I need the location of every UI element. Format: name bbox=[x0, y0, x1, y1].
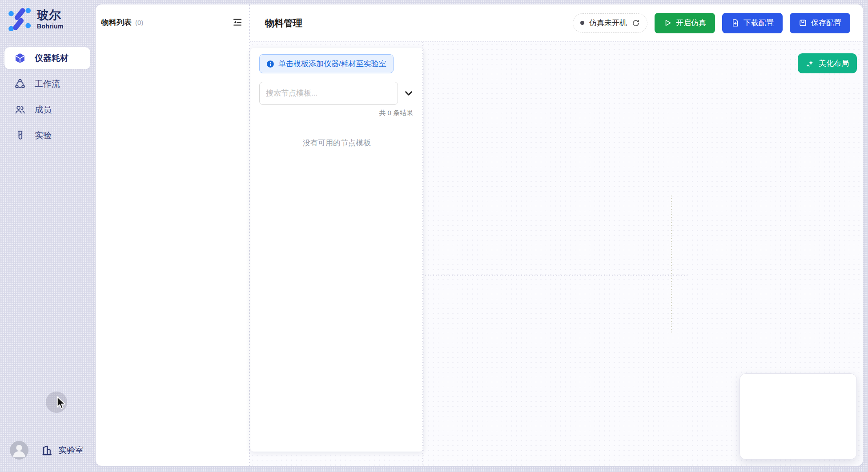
status-label: 仿真未开机 bbox=[589, 18, 627, 28]
download-config-label: 下载配置 bbox=[743, 18, 774, 28]
sidebar-footer: 实验室 bbox=[10, 441, 84, 460]
minimap[interactable] bbox=[739, 373, 857, 460]
materials-count: (0) bbox=[135, 19, 143, 26]
workflow-icon bbox=[14, 78, 26, 90]
person-icon bbox=[10, 441, 28, 460]
cube-icon bbox=[14, 52, 26, 64]
sidebar-item-label: 工作流 bbox=[35, 78, 60, 90]
sidebar-item-members[interactable]: 成员 bbox=[4, 99, 90, 121]
simulation-status-pill: 仿真未开机 bbox=[573, 13, 647, 33]
materials-panel-title: 物料列表 bbox=[101, 17, 132, 28]
lab-switcher[interactable]: 实验室 bbox=[41, 444, 84, 456]
refresh-icon bbox=[632, 19, 640, 27]
guide-line-vertical-short bbox=[671, 196, 672, 334]
experiment-icon bbox=[14, 130, 26, 141]
app-root: 玻尔 Bohrium 仪器耗材 工作流 bbox=[0, 0, 868, 472]
beautify-layout-label: 美化布局 bbox=[819, 58, 849, 68]
page-title: 物料管理 bbox=[265, 17, 302, 29]
info-banner-text: 单击模板添加仪器/耗材至实验室 bbox=[278, 59, 386, 69]
file-download-icon bbox=[731, 19, 739, 27]
start-simulation-label: 开启仿真 bbox=[676, 18, 706, 28]
result-count: 共 0 条结果 bbox=[250, 109, 413, 117]
sidebar-item-workflow[interactable]: 工作流 bbox=[4, 73, 90, 95]
sidebar-item-label: 成员 bbox=[35, 104, 52, 116]
content-card: 物料列表 (0) 物料管理 仿真未开机 bbox=[96, 4, 863, 466]
template-search-row bbox=[259, 82, 414, 105]
building-icon bbox=[41, 444, 53, 456]
guide-line-horizontal bbox=[422, 275, 689, 276]
lab-label: 实验室 bbox=[58, 444, 84, 456]
mouse-cursor bbox=[56, 396, 68, 410]
refresh-status-button[interactable] bbox=[632, 19, 640, 27]
brand-name-en: Bohrium bbox=[37, 23, 64, 30]
play-icon bbox=[663, 19, 672, 27]
save-config-label: 保存配置 bbox=[811, 18, 841, 28]
expand-templates-button[interactable] bbox=[404, 88, 414, 98]
node-template-panel: 单击模板添加仪器/耗材至实验室 共 0 条结果 没有可用的节点模板 bbox=[250, 48, 423, 452]
sidebar-item-label: 实验 bbox=[35, 130, 52, 141]
main-area: 物料管理 仿真未开机 bbox=[250, 4, 863, 466]
start-simulation-button[interactable]: 开启仿真 bbox=[655, 13, 715, 33]
brand: 玻尔 Bohrium bbox=[7, 7, 64, 31]
main-header: 物料管理 仿真未开机 bbox=[250, 4, 863, 41]
info-icon bbox=[266, 60, 274, 68]
status-dot-icon bbox=[580, 21, 584, 25]
guide-line-vertical-long bbox=[422, 42, 423, 466]
chevron-down-icon bbox=[404, 88, 414, 98]
materials-panel-body bbox=[96, 40, 249, 466]
bohrium-logo-icon bbox=[7, 7, 31, 31]
save-config-button[interactable]: 保存配置 bbox=[790, 13, 850, 33]
brand-text: 玻尔 Bohrium bbox=[37, 8, 64, 29]
sidebar-item-experiments[interactable]: 实验 bbox=[4, 124, 90, 147]
avatar[interactable] bbox=[10, 441, 28, 460]
beautify-layout-button[interactable]: 美化布局 bbox=[798, 53, 857, 73]
sidebar-menu: 仪器耗材 工作流 bbox=[4, 47, 90, 147]
sparkles-icon bbox=[806, 59, 815, 68]
menu-fold-icon bbox=[232, 17, 243, 28]
collapse-panel-button[interactable] bbox=[232, 17, 243, 28]
sidebar-item-instruments[interactable]: 仪器耗材 bbox=[4, 47, 90, 69]
materials-panel-header: 物料列表 (0) bbox=[96, 4, 249, 40]
download-config-button[interactable]: 下载配置 bbox=[722, 13, 783, 33]
sidebar-item-label: 仪器耗材 bbox=[35, 52, 68, 64]
materials-panel: 物料列表 (0) bbox=[96, 4, 249, 466]
header-actions: 仿真未开机 开启仿真 bbox=[573, 13, 850, 33]
flow-canvas[interactable]: 美化布局 单击模板添加仪器/耗材至实验室 bbox=[250, 41, 863, 466]
info-banner: 单击模板添加仪器/耗材至实验室 bbox=[259, 54, 394, 73]
brand-name-zh: 玻尔 bbox=[37, 8, 64, 22]
search-input[interactable] bbox=[259, 82, 398, 105]
members-icon bbox=[14, 104, 26, 116]
empty-state-text: 没有可用的节点模板 bbox=[250, 138, 423, 148]
save-icon bbox=[799, 19, 807, 27]
